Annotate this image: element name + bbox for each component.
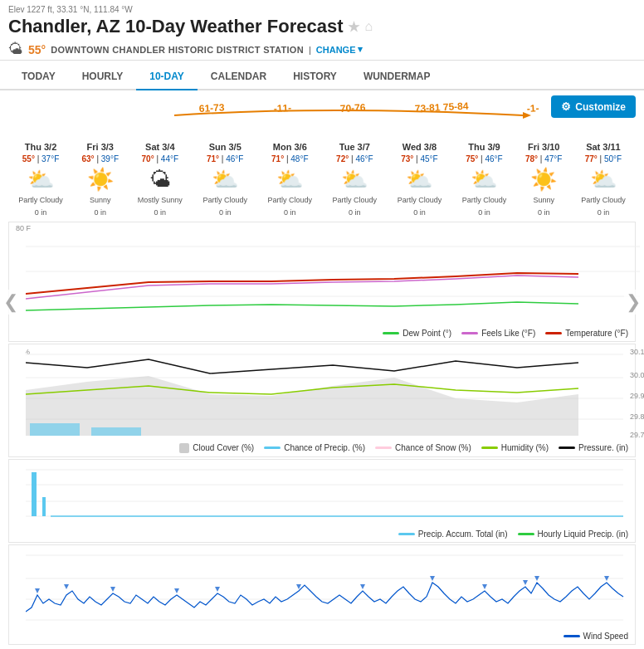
temperature-chart-section: 80 F 80 F 60 F 40 F 20 F Dew Poin	[8, 222, 636, 645]
condition-text: Partly Cloudy	[257, 194, 322, 207]
condition-text: Partly Cloudy	[322, 194, 387, 207]
condition-text: Mostly Sunny	[127, 194, 193, 207]
gear-icon: ⚙	[561, 100, 571, 113]
weather-icon: ⛅	[8, 165, 73, 194]
svg-marker-51	[110, 587, 115, 592]
svg-text:20 F: 20 F	[26, 315, 27, 323]
day-name[interactable]: Mon 3/6	[257, 141, 322, 153]
chevron-down-icon: ▾	[358, 44, 363, 55]
nav-tabs: TODAY HOURLY 10-DAY CALENDAR HISTORY WUN…	[0, 64, 644, 90]
precip-text: 0 in	[8, 207, 73, 218]
weather-icon: 🌤	[127, 165, 193, 194]
day-name[interactable]: Fri 3/3	[73, 141, 127, 153]
accum-chart-svg: 0.6 0.4 0.2 0.0	[26, 460, 644, 526]
temp-chart-svg: 80 F 60 F 40 F 20 F	[26, 234, 644, 325]
condition-text: Partly Cloudy	[571, 194, 636, 207]
svg-text:61-73: 61-73	[198, 101, 225, 115]
svg-text:30.00: 30.00	[630, 371, 644, 379]
weather-icon: ⛅	[322, 165, 387, 194]
day-temp: 72° | 46°F	[322, 153, 387, 165]
city-title-text: Chandler, AZ 10-Day Weather Forecast	[8, 16, 343, 37]
tab-calendar[interactable]: CALENDAR	[198, 64, 280, 90]
tab-history[interactable]: HISTORY	[280, 64, 350, 90]
day-name[interactable]: Sat 3/11	[571, 141, 636, 153]
precip-text: 0 in	[387, 207, 451, 218]
svg-marker-57	[482, 584, 487, 589]
home-icon[interactable]: ⌂	[364, 19, 373, 34]
precip-text: 0 in	[451, 207, 516, 218]
svg-text:-1-: -1-	[526, 102, 539, 115]
svg-text:30.10: 30.10	[630, 348, 644, 356]
condition-text: Partly Cloudy	[451, 194, 516, 207]
day-temp: 63° | 39°F	[73, 153, 127, 165]
day-name[interactable]: Wed 3/8	[387, 141, 451, 153]
wind-chart-legend: Wind Speed	[9, 628, 635, 644]
day-name[interactable]: Sun 3/5	[193, 141, 257, 153]
svg-marker-53	[215, 587, 220, 592]
tab-hourly[interactable]: HOURLY	[69, 64, 137, 90]
elevation-info: Elev 1227 ft, 33.31 °N, 111.84 °W	[8, 5, 636, 14]
svg-marker-27	[26, 376, 578, 436]
wind-chart-svg: 20 15 10 5 0	[26, 545, 644, 628]
precip-text: 0 in	[517, 207, 571, 218]
day-temp: 75° | 46°F	[451, 153, 516, 165]
tab-wundermap[interactable]: WUNDERMAP	[350, 64, 444, 90]
svg-marker-52	[174, 588, 179, 593]
content-area: 61-73 -11- 70-76 73-81 75-84 -1- ⚙ Custo…	[0, 90, 644, 649]
change-link[interactable]: CHANGE ▾	[316, 44, 363, 55]
condition-text: Partly Cloudy	[387, 194, 451, 207]
accum-chart-legend: Precip. Accum. Total (in) Hourly Liquid …	[9, 526, 635, 542]
svg-text:29.80: 29.80	[630, 412, 644, 421]
day-name[interactable]: Tue 3/7	[322, 141, 387, 153]
tab-10day[interactable]: 10-DAY	[136, 64, 198, 90]
precip-text: 0 in	[257, 207, 322, 218]
weather-icon: ⛅	[451, 165, 516, 194]
condition-text: Partly Cloudy	[8, 194, 73, 207]
precip-text: 0 in	[322, 207, 387, 218]
days-table: Thu 3/2Fri 3/3Sat 3/4Sun 3/5Mon 3/6Tue 3…	[8, 141, 636, 218]
precip-text: 0 in	[193, 207, 257, 218]
condition-text: Sunny	[73, 194, 127, 207]
precip-chart-svg: 100% 75% 50% 25% 0% 30.10 30.00 29.90 29…	[26, 344, 644, 440]
condition-text: Sunny	[517, 194, 571, 207]
temp-chart-legend: Dew Point (°) Feels Like (°F) Temperatur…	[9, 325, 635, 341]
weather-icon: ⛅	[257, 165, 322, 194]
day-temp: 55° | 37°F	[8, 153, 73, 165]
station-name: DOWNTOWN CHANDLER HISTORIC DISTRICT STAT…	[51, 45, 304, 55]
svg-marker-55	[360, 584, 365, 589]
tab-today[interactable]: TODAY	[8, 64, 69, 90]
day-name[interactable]: Sat 3/4	[127, 141, 193, 153]
precip-chart-legend: Cloud Cover (%) Chance of Precip. (%) Ch…	[9, 440, 635, 456]
pipe-divider: |	[309, 45, 311, 55]
day-name[interactable]: Thu 3/2	[8, 141, 73, 153]
right-arrow[interactable]: ❯	[624, 290, 642, 315]
svg-text:29.70: 29.70	[630, 431, 644, 439]
svg-text:73-81 75-84: 73-81 75-84	[414, 100, 469, 115]
weather-icon: ⛅	[387, 165, 451, 194]
sun-icon: 🌤	[8, 41, 23, 58]
precip-text: 0 in	[73, 207, 127, 218]
top-bar: Elev 1227 ft, 33.31 °N, 111.84 °W Chandl…	[0, 0, 644, 90]
day-temp: 71° | 46°F	[193, 153, 257, 165]
svg-text:70-76: 70-76	[339, 101, 366, 115]
svg-marker-50	[64, 584, 69, 589]
customize-button[interactable]: ⚙ Customize	[551, 95, 636, 118]
day-name[interactable]: Fri 3/10	[517, 141, 571, 153]
svg-marker-58	[523, 580, 528, 585]
day-temp: 77° | 50°F	[571, 153, 636, 165]
left-arrow[interactable]: ❮	[2, 290, 20, 315]
svg-marker-49	[35, 588, 40, 593]
day-name[interactable]: Thu 3/9	[451, 141, 516, 153]
weather-icon: ☀️	[73, 165, 127, 194]
precip-text: 0 in	[571, 207, 636, 218]
star-icon[interactable]: ★	[348, 19, 359, 35]
svg-text:-11-: -11-	[273, 102, 291, 115]
svg-rect-29	[91, 427, 141, 436]
day-temp: 71° | 48°F	[257, 153, 322, 165]
annotation-overlay: 61-73 -11- 70-76 73-81 75-84 -1-	[8, 97, 639, 143]
precip-text: 0 in	[127, 207, 193, 218]
day-temp: 78° | 47°F	[517, 153, 571, 165]
weather-icon: ⛅	[193, 165, 257, 194]
svg-text:29.90: 29.90	[630, 392, 644, 400]
current-temp: 55°	[28, 43, 46, 56]
